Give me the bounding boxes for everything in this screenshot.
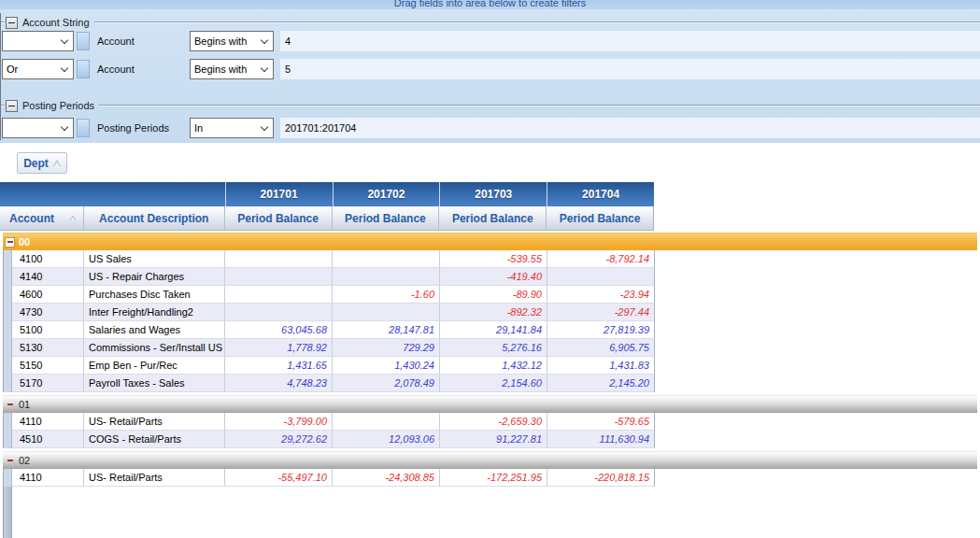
chevron-down-icon <box>261 64 268 71</box>
groupbox-line <box>99 105 980 106</box>
collapse-group-icon[interactable] <box>6 17 18 29</box>
group-by-dept-button[interactable]: Dept <box>17 152 67 174</box>
header-201701[interactable]: 201701 <box>225 182 333 206</box>
table-row[interactable]: 5170Payroll Taxes - Sales4,748.232,078.4… <box>3 375 655 392</box>
header-period-balance-1[interactable]: Period Balance <box>225 206 333 230</box>
condition-select[interactable] <box>2 31 74 51</box>
header-201703[interactable]: 201703 <box>439 182 547 206</box>
field-options-button[interactable] <box>77 60 90 78</box>
header-201702[interactable]: 201702 <box>333 182 440 206</box>
header-201704[interactable]: 201704 <box>547 182 654 206</box>
header-account[interactable]: Account <box>0 206 84 230</box>
value-cell: 1,431.83 <box>547 357 655 375</box>
account-cell: 4100 <box>12 250 84 268</box>
table-row[interactable]: 4100US Sales-539.55-8,792.14 <box>3 250 655 268</box>
value-cell <box>333 268 440 286</box>
table-row[interactable]: 4730Inter Freight/Handling2-892.32-297.4… <box>3 304 655 321</box>
group-indent <box>3 321 12 339</box>
value-cell: 1,431.65 <box>225 357 333 375</box>
field-options-button[interactable] <box>77 119 90 137</box>
operator-select[interactable]: Begins with <box>190 31 274 51</box>
value-cell <box>333 304 440 321</box>
value-cell <box>547 268 655 286</box>
group-indent <box>3 431 12 448</box>
table-row[interactable]: 5130Commissions - Ser/Install US1,778.92… <box>3 339 655 357</box>
account-cell: 4730 <box>12 304 84 321</box>
filter-value-input[interactable] <box>280 59 980 79</box>
table-row[interactable]: 4600Purchases Disc Taken-1.60-89.90-23.9… <box>3 286 655 304</box>
group-indent <box>3 304 12 321</box>
condition-select[interactable] <box>2 118 74 138</box>
filter-value-input[interactable] <box>280 31 980 51</box>
grid-header-fields: Account Account Description Period Balan… <box>0 206 654 231</box>
grid-header-periods: 201701 201702 201703 201704 <box>0 182 654 206</box>
groupbox-title: Account String <box>19 17 94 28</box>
value-cell: -55,497.10 <box>225 469 333 487</box>
operator-value: In <box>194 122 258 134</box>
group-indent <box>3 413 12 431</box>
value-cell: 111,630.94 <box>547 431 655 448</box>
group-row-02[interactable]: 02 <box>3 451 977 469</box>
sort-ascending-icon <box>69 216 76 221</box>
description-cell: Commissions - Ser/Install US <box>84 339 225 357</box>
condition-value: Or <box>7 64 58 75</box>
table-row[interactable]: 5150Emp Ben - Pur/Rec1,431.651,430.241,4… <box>3 357 655 375</box>
drag-fields-bar[interactable]: Drag fields into area below to create fi… <box>0 0 980 9</box>
account-cell: 4600 <box>12 286 84 304</box>
value-cell: -23.94 <box>547 286 655 304</box>
value-cell <box>333 250 440 268</box>
value-cell: -297.44 <box>547 304 655 321</box>
value-cell <box>225 268 333 286</box>
dept-label: Dept <box>23 157 49 170</box>
minus-icon <box>7 404 13 405</box>
table-row[interactable]: 4140US - Repair Charges-419.40 <box>3 268 655 286</box>
field-options-button[interactable] <box>77 32 90 50</box>
header-period-balance-3[interactable]: Period Balance <box>439 206 547 230</box>
operator-value: Begins with <box>194 64 258 75</box>
collapse-icon[interactable] <box>5 456 15 466</box>
collapse-group-icon[interactable] <box>6 100 18 112</box>
value-cell: -8,792.14 <box>547 250 655 268</box>
value-cell: 6,905.75 <box>547 339 655 357</box>
condition-select[interactable]: Or <box>2 59 74 79</box>
header-spacer <box>0 182 225 206</box>
operator-select[interactable]: In <box>190 118 274 138</box>
value-cell: 29,272.62 <box>225 431 333 448</box>
table-row[interactable]: 4110US- Retail/Parts-55,497.10-24,308.85… <box>3 469 655 487</box>
value-cell: 12,093.06 <box>333 431 440 448</box>
group-row-01[interactable]: 01 <box>3 395 977 413</box>
operator-select[interactable]: Begins with <box>190 59 274 79</box>
minus-icon <box>7 241 13 243</box>
value-cell <box>225 286 333 304</box>
value-cell <box>225 304 333 321</box>
field-label: Posting Periods <box>97 122 190 134</box>
value-cell: -579.65 <box>547 413 655 431</box>
value-cell: 2,078.49 <box>333 375 440 392</box>
value-cell: 1,778.92 <box>225 339 333 357</box>
table-row[interactable]: 4510COGS - Retail/Parts29,272.6212,093.0… <box>3 431 655 448</box>
header-account-description[interactable]: Account Description <box>84 206 225 230</box>
group-key-label: 02 <box>19 455 30 466</box>
group-indent <box>3 469 12 487</box>
group-indent <box>3 250 12 268</box>
header-period-balance-4[interactable]: Period Balance <box>547 206 654 230</box>
table-row[interactable]: 4110US- Retail/Parts-3,799.00-2,659.30-5… <box>3 413 655 431</box>
groupbox-line <box>94 21 980 23</box>
account-cell: 4140 <box>12 268 84 286</box>
group-row-00[interactable]: 00 <box>3 233 977 250</box>
collapse-icon[interactable] <box>5 400 15 410</box>
operator-value: Begins with <box>194 35 258 47</box>
header-period-balance-2[interactable]: Period Balance <box>333 206 440 230</box>
account-header-label: Account <box>9 212 54 225</box>
minus-icon <box>8 22 15 23</box>
value-cell: -3,799.00 <box>225 413 333 431</box>
table-row[interactable]: 5100Salaries and Wages63,045.6828,147.81… <box>3 321 655 339</box>
collapse-icon[interactable] <box>5 237 15 248</box>
filter-value-input[interactable] <box>280 118 980 138</box>
description-cell: Inter Freight/Handling2 <box>84 304 225 321</box>
account-cell: 4110 <box>12 413 84 431</box>
groupbox-line <box>1 105 5 106</box>
group-key-label: 01 <box>19 399 30 410</box>
groupbox-account-string: Account String <box>1 16 980 29</box>
value-cell: -220,818.15 <box>547 469 655 487</box>
